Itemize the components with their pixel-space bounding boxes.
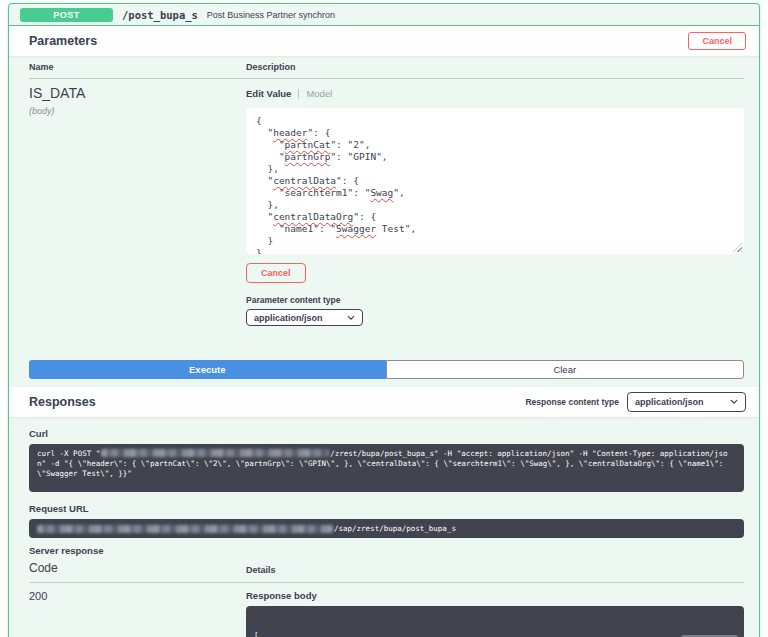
responses-title: Responses xyxy=(29,395,96,409)
redacted-host xyxy=(101,449,329,457)
curl-command: curl -X POST "/zrest/bupa/post_bupa_s" -… xyxy=(29,444,744,492)
parameters-title: Parameters xyxy=(29,34,97,48)
parameter-location: (body) xyxy=(29,106,246,116)
parameter-row: IS_DATA (body) Edit Value Model { "heade… xyxy=(29,79,744,326)
redacted-host xyxy=(37,525,333,533)
clear-button[interactable]: Clear xyxy=(386,360,745,379)
description-column-header: Description xyxy=(246,62,744,72)
server-response-label: Server response xyxy=(29,545,744,556)
tab-model[interactable]: Model xyxy=(306,88,332,99)
response-body-label: Response body xyxy=(246,590,744,601)
body-editor-text: { "header": { "partnCat": "2", "partnGrp… xyxy=(256,115,734,254)
editor-cancel-button[interactable]: Cancel xyxy=(246,263,306,283)
endpoint-path: /post_bupa_s xyxy=(122,9,198,21)
parameters-section-header: Parameters Cancel xyxy=(9,26,759,56)
request-url: /sap/zrest/bupa/post_bupa_s xyxy=(29,519,744,538)
execute-wrapper: Execute Clear xyxy=(29,360,744,379)
details-column-header: Details xyxy=(246,565,744,575)
name-column-header: Name xyxy=(29,62,246,72)
resize-grip-icon[interactable] xyxy=(733,243,742,252)
responses-area: Curl curl -X POST "/zrest/bupa/post_bupa… xyxy=(9,417,759,637)
body-editor[interactable]: { "header": { "partnCat": "2", "partnGrp… xyxy=(246,108,744,254)
parameter-content-type-select[interactable]: application/json xyxy=(246,309,363,326)
server-response-row: 200 Response body [ "Message successfull… xyxy=(29,583,744,637)
curl-label: Curl xyxy=(29,428,744,439)
method-badge[interactable]: POST xyxy=(20,8,113,22)
responses-section-header: Responses Response content type applicat… xyxy=(9,387,759,417)
parameter-content-type-value: application/json xyxy=(254,313,323,323)
parameters-table: Name Description IS_DATA (body) Edit Val… xyxy=(9,56,759,326)
response-content-type-select[interactable]: application/json xyxy=(627,392,746,412)
operation-header[interactable]: POST /post_bupa_s Post Business Partner … xyxy=(9,4,759,26)
operation-block: POST /post_bupa_s Post Business Partner … xyxy=(8,3,760,637)
response-body: [ "Message successfully transferred to A… xyxy=(246,606,744,637)
request-url-label: Request URL xyxy=(29,503,744,514)
curl-prefix: curl -X POST " xyxy=(37,449,100,458)
response-content-type-label: Response content type xyxy=(525,397,619,407)
endpoint-summary: Post Business Partner synchron xyxy=(207,10,335,20)
request-url-path: /sap/zrest/bupa/post_bupa_s xyxy=(334,524,456,534)
code-column-header: Code xyxy=(29,561,246,575)
response-column-headers: Code Details xyxy=(29,561,744,583)
execute-button[interactable]: Execute xyxy=(29,360,386,379)
chevron-down-icon xyxy=(347,314,355,322)
status-code: 200 xyxy=(29,590,246,637)
response-content-type-value: application/json xyxy=(635,397,704,407)
cancel-button[interactable]: Cancel xyxy=(688,32,746,50)
response-body-text: [ "Message successfully transferred to A… xyxy=(254,631,736,637)
tab-divider xyxy=(298,89,299,99)
tab-edit-value[interactable]: Edit Value xyxy=(246,88,291,99)
chevron-down-icon xyxy=(730,398,738,406)
parameter-content-type-label: Parameter content type xyxy=(246,295,744,305)
editor-tabs: Edit Value Model xyxy=(246,88,744,99)
parameter-name: IS_DATA xyxy=(29,85,246,101)
parameters-column-headers: Name Description xyxy=(29,62,744,79)
